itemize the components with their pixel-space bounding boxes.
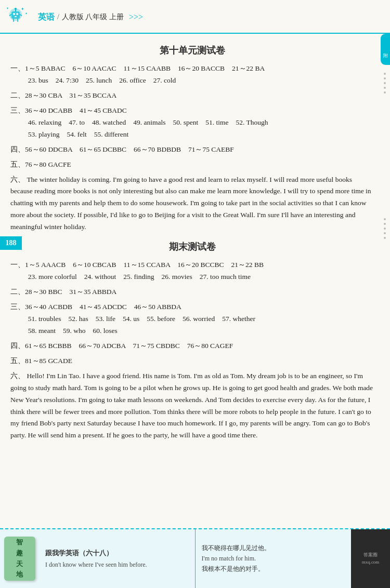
section2-title: 期末测试卷: [10, 240, 374, 253]
section2-answer5: 五、81～85 GCADE: [10, 355, 374, 367]
answer-text: 23. more colorful 24. without 25. findin…: [28, 273, 251, 280]
bottom-chinese-line1: 我不晓得在哪儿见过他。: [202, 544, 345, 553]
grade-info-label: 人教版 八年级 上册: [62, 12, 124, 22]
answer-text: 1～5 AAACB 6～10 CBCAB 11～15 CCABA 16～20 B…: [25, 261, 264, 269]
answer-text: 53. playing 54. felt 55. different: [28, 130, 128, 138]
section1-answer5: 五、76～80 GACFE: [10, 159, 374, 171]
svg-point-3: [16, 13, 18, 15]
section2-answer1: 一、1～5 AAACB 6～10 CBCAB 11～15 CCABA 16～20…: [10, 259, 374, 283]
answer-text: 81～85 GCADE: [25, 357, 72, 365]
label-san-1: 三、: [10, 106, 25, 114]
subject-label: 英语: [38, 12, 55, 23]
section1-answer2: 二、28～30 CBA 31～35 BCCAA: [10, 90, 374, 102]
answer-text: 51. troubles 52. has 53. life 54. us 55.…: [28, 315, 255, 323]
section1-answer4: 四、56～60 DDCBA 61～65 DCBBC 66～70 BDBDB 71…: [10, 144, 374, 156]
svg-point-6: [15, 8, 17, 10]
answer-text: 61～65 BCBBB 66～70 ADCBA 71～75 CBDBC 76～8…: [25, 342, 233, 350]
bottom-english-line: I don't know where I've seen him before.: [45, 561, 189, 569]
header-divider: /: [57, 13, 59, 21]
svg-text:✦: ✦: [25, 12, 28, 15]
bottom-section-label: 跟我学英语（六十八）: [45, 549, 189, 558]
section2-answer6: 六、 Hello! I'm Lin Tao. I have a good fri…: [10, 370, 374, 442]
watermark-corner: 答案圈mxq.com: [351, 529, 390, 588]
bottom-right-content: 我不晓得在哪儿见过他。 I'm no match for him. 我根本不是他…: [196, 529, 352, 588]
answer-text: 28～30 CBA 31～35 BCCAA: [25, 91, 116, 99]
svg-text:✦: ✦: [6, 7, 9, 10]
mascot-logo-icon: ✦ ✦ ✦: [5, 4, 34, 29]
label-er-2: 二、: [10, 288, 25, 296]
label-si-2: 四、: [10, 342, 25, 350]
answer-text: 46. relaxing 47. to 48. watched 49. anim…: [28, 118, 268, 126]
spacer: [10, 445, 374, 452]
scroll-label: 智趣天地: [16, 537, 23, 580]
bottom-section: 智趣天地 跟我学英语（六十八） I don't know where I've …: [0, 528, 390, 588]
label-er-1: 二、: [10, 91, 25, 99]
section1-answer6: 六、 The winter holiday is coming. I'm goi…: [10, 174, 374, 234]
scroll-deco-box: 智趣天地: [4, 537, 35, 581]
header-title: 英语 / 人教版 八年级 上册 >>>: [38, 12, 143, 23]
label-si-1: 四、: [10, 145, 25, 153]
essay-text-2: Hello! I'm Lin Tao. I have a good friend…: [10, 372, 373, 439]
section1-answer3: 三、36～40 DCABB 41～45 CBADC 46. relaxing 4…: [10, 105, 374, 141]
scroll-decoration-area: 智趣天地: [0, 529, 39, 588]
answer-text: 36～40 ACBDB 41～45 ADCDC 46～50 ABBDA: [25, 303, 181, 311]
main-content: 第十单元测试卷 一、1～5 BABAC 6～10 AACAC 11～15 CAA…: [0, 34, 390, 458]
answer-text: 76～80 GACFE: [25, 161, 71, 168]
header-arrows: >>>: [129, 12, 143, 22]
watermark-text: 答案圈mxq.com: [362, 552, 380, 566]
essay-text-1: The winter holiday is coming. I'm going …: [10, 176, 371, 231]
answer-text: 28～30 BBC 31～35 ABBDA: [25, 288, 116, 296]
section2-answer2: 二、28～30 BBC 31～35 ABBDA: [10, 286, 374, 298]
label-wu-1: 五、: [10, 161, 25, 168]
answer-text: 56～60 DDCBA 61～65 DCBBC 66～70 BDBDB 71～7…: [25, 145, 234, 153]
answer-text: 1～5 BABAC 6～10 AACAC 11～15 CAABB 16～20 B…: [25, 64, 265, 72]
label-san-2: 三、: [10, 303, 25, 311]
bottom-chinese-line2: 我根本不是他的对手。: [202, 565, 345, 573]
svg-rect-4: [15, 16, 17, 17]
label-liu-1: 六、: [10, 176, 25, 183]
page-container: ✦ ✦ ✦ 英语 / 人教版 八年级 上册 >>> 附 第十单元测试卷: [0, 0, 390, 588]
label-yi-1: 一、: [10, 64, 25, 72]
svg-rect-1: [11, 11, 20, 19]
answer-text: 23. bus 24. 7:30 25. lunch 26. office 27…: [28, 76, 176, 84]
svg-text:✦: ✦: [21, 7, 24, 11]
label-wu-2: 五、: [10, 357, 25, 365]
answer-text: 58. meant 59. who 60. loses: [28, 327, 118, 335]
bottom-left-content: 跟我学英语（六十八） I don't know where I've seen …: [39, 529, 196, 588]
logo-area: ✦ ✦ ✦: [5, 4, 34, 30]
section1-answer1: 一、1～5 BABAC 6～10 AACAC 11～15 CAABB 16～20…: [10, 63, 374, 87]
svg-point-2: [13, 13, 15, 15]
section2-answer3: 三、36～40 ACBDB 41～45 ADCDC 46～50 ABBDA 51…: [10, 301, 374, 337]
section2-answer4: 四、61～65 BCBBB 66～70 ADCBA 71～75 CBDBC 76…: [10, 340, 374, 352]
answer-text: 36～40 DCABB 41～45 CBADC: [25, 106, 127, 114]
label-yi-2: 一、: [10, 261, 25, 269]
bottom-english-translation: I'm no match for him.: [202, 555, 345, 563]
label-liu-2: 六、: [10, 372, 25, 380]
page-number-badge: 188: [0, 236, 22, 250]
section1-title: 第十单元测试卷: [10, 44, 374, 57]
header: ✦ ✦ ✦ 英语 / 人教版 八年级 上册 >>>: [0, 0, 390, 34]
